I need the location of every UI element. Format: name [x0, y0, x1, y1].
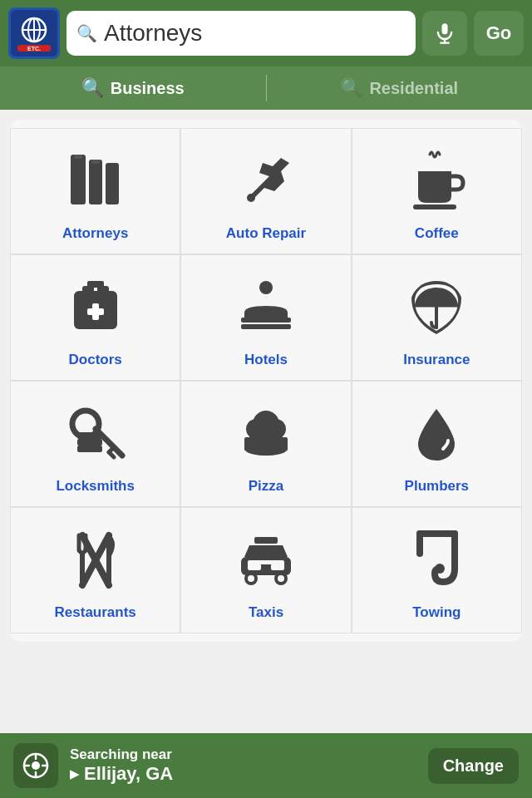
plumbers-icon — [399, 397, 474, 471]
doctors-icon — [58, 270, 133, 345]
hotels-label: Hotels — [244, 352, 288, 368]
taxis-label: Taxis — [249, 604, 283, 621]
search-icon: 🔍 — [76, 23, 97, 43]
attorneys-icon — [58, 144, 133, 219]
svg-rect-22 — [87, 308, 104, 315]
searching-near-label: Searching near — [70, 746, 416, 763]
svg-rect-49 — [248, 560, 261, 570]
microphone-button[interactable] — [422, 11, 467, 56]
svg-rect-14 — [91, 160, 100, 164]
change-button[interactable]: Change — [428, 748, 519, 784]
logo: ETC. — [8, 7, 60, 59]
svg-rect-12 — [106, 163, 119, 204]
svg-rect-11 — [89, 160, 102, 204]
auto-repair-icon — [229, 144, 303, 219]
grid-item-coffee[interactable]: Coffee — [352, 128, 522, 254]
grid-item-restaurants[interactable]: Restaurants — [10, 507, 180, 633]
residential-tab-label: Residential — [369, 79, 458, 98]
svg-point-23 — [259, 281, 273, 294]
svg-line-31 — [109, 452, 114, 457]
tab-business[interactable]: 🔍 Business — [0, 66, 266, 110]
svg-rect-47 — [254, 537, 278, 544]
restaurants-icon — [58, 523, 133, 598]
footer: Searching near Ellijay, GA Change — [0, 733, 532, 798]
plumbers-label: Plumbers — [405, 478, 469, 495]
svg-point-59 — [435, 564, 445, 574]
category-grid: Attorneys Auto Repair Coff — [10, 128, 522, 633]
pizza-icon — [229, 397, 303, 471]
grid-item-taxis[interactable]: Taxis — [180, 507, 351, 633]
towing-label: Towing — [412, 604, 461, 621]
doctors-label: Doctors — [69, 352, 122, 368]
svg-rect-20 — [87, 281, 104, 288]
grid-item-auto-repair[interactable]: Auto Repair — [180, 128, 351, 254]
grid-container: Attorneys Auto Repair Coff — [10, 120, 522, 642]
grid-item-pizza[interactable]: Pizza — [180, 381, 351, 507]
grid-item-locksmiths[interactable]: Locksmiths — [10, 381, 180, 507]
auto-repair-label: Auto Repair — [226, 225, 306, 242]
insurance-icon — [399, 270, 474, 345]
svg-rect-10 — [71, 155, 86, 204]
locksmiths-label: Locksmiths — [56, 478, 134, 495]
svg-point-52 — [248, 575, 254, 582]
svg-rect-55 — [259, 560, 273, 564]
towing-icon — [399, 523, 474, 598]
svg-rect-50 — [271, 560, 284, 570]
attorneys-label: Attorneys — [62, 225, 128, 242]
header: ETC. 🔍 Attorneys Go — [0, 0, 532, 66]
locksmiths-icon — [58, 397, 133, 471]
coffee-icon — [399, 144, 474, 219]
location-icon — [13, 743, 58, 788]
business-search-icon: 🔍 — [81, 77, 104, 99]
tab-residential[interactable]: 🔍 Residential — [267, 66, 533, 110]
svg-rect-25 — [241, 324, 291, 329]
grid-item-insurance[interactable]: Insurance — [352, 254, 522, 381]
svg-rect-24 — [241, 318, 291, 323]
svg-rect-32 — [77, 432, 102, 439]
taxis-icon — [229, 523, 303, 598]
svg-point-61 — [32, 761, 40, 770]
svg-rect-34 — [77, 446, 102, 452]
grid-item-attorneys[interactable]: Attorneys — [10, 128, 180, 254]
pizza-label: Pizza — [249, 478, 284, 495]
svg-point-54 — [278, 575, 284, 582]
svg-point-40 — [249, 432, 283, 442]
residential-search-icon: 🔍 — [340, 77, 362, 99]
grid-item-hotels[interactable]: Hotels — [180, 254, 351, 381]
tab-bar: 🔍 Business 🔍 Residential — [0, 66, 532, 110]
grid-item-towing[interactable]: Towing — [352, 507, 522, 633]
svg-text:ETC.: ETC. — [27, 46, 41, 52]
search-input[interactable]: Attorneys — [104, 20, 406, 47]
svg-rect-7 — [442, 23, 448, 34]
business-tab-label: Business — [111, 79, 185, 98]
go-button[interactable]: Go — [474, 11, 524, 56]
svg-rect-16 — [413, 204, 456, 209]
location-value: Ellijay, GA — [70, 763, 416, 785]
coffee-label: Coffee — [415, 225, 459, 242]
restaurants-label: Restaurants — [55, 604, 136, 621]
svg-rect-33 — [77, 439, 102, 446]
grid-item-plumbers[interactable]: Plumbers — [352, 381, 522, 507]
grid-item-doctors[interactable]: Doctors — [10, 254, 180, 381]
svg-rect-13 — [74, 155, 82, 159]
svg-point-15 — [247, 194, 255, 202]
insurance-label: Insurance — [403, 352, 470, 368]
hotels-icon — [229, 270, 303, 345]
search-bar[interactable]: 🔍 Attorneys — [66, 11, 416, 56]
location-text: Searching near Ellijay, GA — [70, 746, 416, 785]
